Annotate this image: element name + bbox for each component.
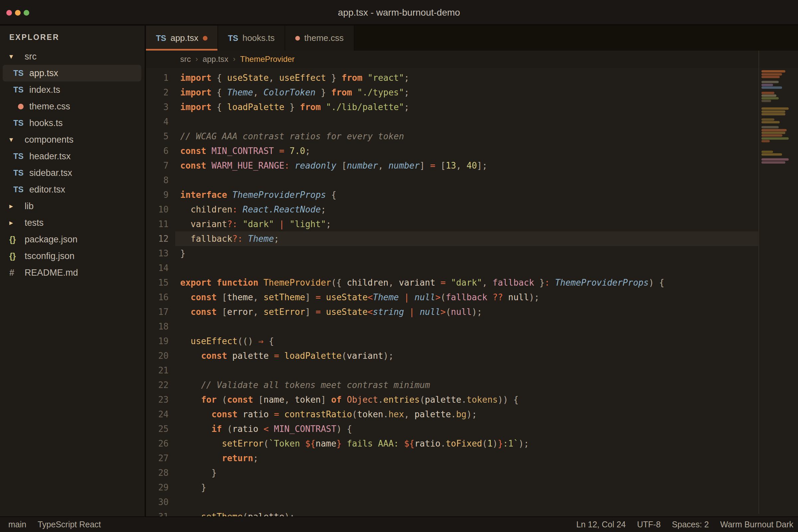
sidebar-item-readme-md[interactable]: #README.md bbox=[3, 264, 141, 281]
tab-app-tsx[interactable]: TSapp.tsx bbox=[146, 25, 218, 51]
minimap-bar bbox=[761, 140, 770, 142]
status-item-spaces-2[interactable]: Spaces: 2 bbox=[672, 520, 709, 529]
typescript-file-icon: TS bbox=[13, 118, 24, 128]
sidebar-item-app-tsx[interactable]: TSapp.tsx bbox=[3, 65, 141, 81]
sidebar-item-header-tsx[interactable]: TSheader.tsx bbox=[3, 148, 141, 165]
minimap[interactable] bbox=[761, 70, 795, 516]
line-number: 24 bbox=[146, 407, 169, 422]
line-number: 18 bbox=[146, 319, 169, 334]
code-line[interactable]: 9interface ThemeProviderProps { bbox=[146, 188, 758, 202]
line-number: 5 bbox=[146, 129, 169, 144]
sidebar-item-package-json[interactable]: {}package.json bbox=[3, 231, 141, 248]
line-number: 17 bbox=[146, 305, 169, 319]
status-item-utf-8[interactable]: UTF-8 bbox=[637, 520, 661, 529]
code-line[interactable]: 7const WARM_HUE_RANGE: readonly [number,… bbox=[146, 158, 758, 173]
status-item-warm-burnout-dark[interactable]: Warm Burnout Dark bbox=[720, 520, 793, 529]
sidebar-item-editor-tsx[interactable]: TSeditor.tsx bbox=[3, 181, 141, 198]
code-line[interactable]: 4 bbox=[146, 114, 758, 129]
code-line[interactable]: 23 for (const [name, token] of Object.en… bbox=[146, 392, 758, 407]
breadcrumb-item-src[interactable]: src bbox=[180, 55, 191, 64]
status-item-typescript-react[interactable]: TypeScript React bbox=[38, 520, 101, 529]
code-line[interactable]: 16 const [theme, setTheme] = useState<Th… bbox=[146, 290, 758, 305]
breadcrumb-item-themeprovider[interactable]: ThemeProvider bbox=[240, 55, 294, 64]
code-line[interactable]: 13} bbox=[146, 246, 758, 261]
typescript-file-icon: TS bbox=[13, 69, 24, 78]
code-line[interactable]: 8 bbox=[146, 173, 758, 188]
status-item-main[interactable]: main bbox=[8, 520, 26, 529]
code-line[interactable]: 5// WCAG AAA contrast ratios for every t… bbox=[146, 129, 758, 144]
file-label: header.tsx bbox=[29, 151, 71, 162]
code-text bbox=[169, 363, 180, 378]
line-number: 28 bbox=[146, 466, 169, 480]
code-text: setError(`Token ${name} fails AAA: ${rat… bbox=[169, 436, 529, 451]
minimap-bar bbox=[761, 92, 774, 94]
code-line[interactable]: 29 } bbox=[146, 480, 758, 495]
code-line[interactable]: 24 const ratio = contrastRatio(token.hex… bbox=[146, 407, 758, 422]
code-line[interactable]: 6const MIN_CONTRAST = 7.0; bbox=[146, 144, 758, 158]
code-line[interactable]: 19 useEffect(() ⇒ { bbox=[146, 334, 758, 348]
code-line[interactable]: 28 } bbox=[146, 466, 758, 480]
line-number: 25 bbox=[146, 422, 169, 436]
typescript-file-icon: TS bbox=[13, 168, 24, 177]
sidebar-item-index-ts[interactable]: TSindex.ts bbox=[3, 81, 141, 98]
line-number: 16 bbox=[146, 290, 169, 305]
code-line[interactable]: 11 variant?: "dark" | "light"; bbox=[146, 217, 758, 231]
code-line[interactable]: 3import { loadPalette } from "./lib/pale… bbox=[146, 100, 758, 114]
code-editor[interactable]: 1import { useState, useEffect } from "re… bbox=[146, 68, 798, 516]
modified-dot-icon bbox=[203, 36, 208, 41]
typescript-file-icon: TS bbox=[13, 152, 24, 161]
code-line[interactable]: 30 bbox=[146, 495, 758, 509]
status-left: mainTypeScript React bbox=[8, 520, 101, 529]
line-number: 3 bbox=[146, 100, 169, 114]
code-line[interactable]: 14 bbox=[146, 261, 758, 275]
minimap-bar bbox=[761, 73, 782, 75]
code-line[interactable]: 25 if (ratio < MIN_CONTRAST) { bbox=[146, 422, 758, 436]
sidebar-item-hooks-ts[interactable]: TShooks.ts bbox=[3, 115, 141, 131]
sidebar-item-sidebar-tsx[interactable]: TSsidebar.tsx bbox=[3, 165, 141, 181]
code-text bbox=[169, 495, 180, 509]
code-text: // WCAG AAA contrast ratios for every to… bbox=[169, 129, 404, 144]
sidebar-item-tests[interactable]: ▸tests bbox=[3, 214, 141, 231]
sidebar-item-theme-css[interactable]: theme.css bbox=[3, 98, 141, 115]
status-item-ln-12-col-24[interactable]: Ln 12, Col 24 bbox=[576, 520, 626, 529]
line-number: 11 bbox=[146, 217, 169, 231]
line-number: 29 bbox=[146, 480, 169, 495]
line-number: 7 bbox=[146, 158, 169, 173]
code-line[interactable]: 10 children: React.ReactNode; bbox=[146, 202, 758, 217]
code-line[interactable]: 2import { Theme, ColorToken } from "./ty… bbox=[146, 85, 758, 100]
code-line[interactable]: 21 bbox=[146, 363, 758, 378]
code-line[interactable]: 22 // Validate all tokens meet contrast … bbox=[146, 378, 758, 392]
file-label: components bbox=[25, 135, 74, 145]
code-line[interactable]: 27 return; bbox=[146, 451, 758, 466]
breadcrumb: src›app.tsx›ThemeProvider bbox=[146, 51, 798, 68]
code-line[interactable]: 12 fallback?: Theme; bbox=[146, 231, 758, 246]
code-line[interactable]: 26 setError(`Token ${name} fails AAA: ${… bbox=[146, 436, 758, 451]
line-number: 23 bbox=[146, 392, 169, 407]
title-bar: app.tsx - warm-burnout-demo bbox=[0, 0, 798, 25]
status-bar: mainTypeScript React Ln 12, Col 24UTF-8S… bbox=[0, 516, 798, 532]
tab-hooks-ts[interactable]: TShooks.ts bbox=[218, 25, 286, 51]
code-line[interactable]: 15export function ThemeProvider({ childr… bbox=[146, 275, 758, 290]
typescript-file-icon: TS bbox=[13, 85, 24, 94]
code-line[interactable]: 1import { useState, useEffect } from "re… bbox=[146, 71, 758, 85]
typescript-file-icon: TS bbox=[228, 34, 239, 43]
tab-theme-css[interactable]: theme.css bbox=[285, 25, 355, 51]
code-line[interactable]: 17 const [error, setError] = useState<st… bbox=[146, 305, 758, 319]
minimap-divider bbox=[758, 51, 759, 514]
sidebar-item-tsconfig-json[interactable]: {}tsconfig.json bbox=[3, 248, 141, 264]
breadcrumb-item-app-tsx[interactable]: app.tsx bbox=[203, 55, 228, 64]
minimap-bar bbox=[761, 153, 782, 156]
caret-right-icon: ▸ bbox=[9, 218, 13, 227]
code-line[interactable]: 31 setTheme(palette); bbox=[146, 509, 758, 516]
caret-down-icon: ▾ bbox=[9, 52, 13, 61]
window-title: app.tsx - warm-burnout-demo bbox=[0, 0, 798, 25]
sidebar-item-components[interactable]: ▾components bbox=[3, 131, 141, 148]
sidebar-item-src[interactable]: ▾src bbox=[3, 48, 141, 65]
minimap-bar bbox=[761, 137, 789, 140]
typescript-file-icon: TS bbox=[156, 34, 166, 43]
code-text: children: React.ReactNode; bbox=[169, 202, 326, 217]
sidebar-item-lib[interactable]: ▸lib bbox=[3, 198, 141, 214]
file-label: theme.css bbox=[29, 101, 70, 112]
code-line[interactable]: 18 bbox=[146, 319, 758, 334]
code-line[interactable]: 20 const palette = loadPalette(variant); bbox=[146, 348, 758, 363]
